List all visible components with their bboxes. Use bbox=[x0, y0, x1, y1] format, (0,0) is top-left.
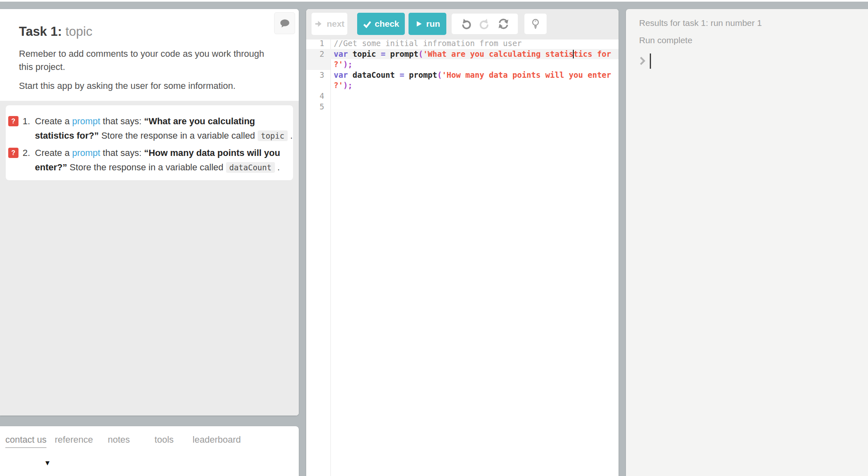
arrow-right-icon bbox=[314, 19, 323, 28]
task-text-segment: “How many data points will you bbox=[144, 148, 280, 158]
lightbulb-icon bbox=[530, 18, 541, 30]
task-text-segment: that says: bbox=[100, 116, 144, 126]
task-text-segment: Store the response in a variable called bbox=[99, 130, 257, 141]
footer-tab-reference[interactable]: reference bbox=[55, 434, 93, 448]
line-number bbox=[306, 59, 330, 70]
task-number: 2. bbox=[23, 146, 35, 175]
task-number: 1. bbox=[23, 114, 35, 143]
code-editor[interactable]: 1//Get some initial infromation from use… bbox=[306, 39, 619, 476]
dropdown-arrow[interactable]: ▼ bbox=[44, 459, 51, 467]
code-line-row[interactable]: 3var dataCount = prompt('How many data p… bbox=[306, 70, 619, 81]
line-number: 2 bbox=[306, 49, 330, 60]
code-line-row[interactable]: ?'); bbox=[306, 59, 619, 70]
task-text-segment: enter?” bbox=[35, 162, 67, 172]
console-chevron-icon bbox=[639, 56, 646, 65]
task-title-light: topic bbox=[62, 24, 92, 39]
line-number: 4 bbox=[306, 91, 330, 102]
task-text-segment: . bbox=[288, 130, 293, 141]
code-line-content: ?'); bbox=[330, 80, 619, 91]
task-text-segment: statistics for?” bbox=[35, 130, 99, 141]
code-line-row[interactable]: 5 bbox=[306, 102, 619, 112]
task-text-segment: Store the response in a variable called bbox=[67, 162, 226, 172]
results-panel: Results for task 1: run number 1 Run com… bbox=[626, 9, 868, 476]
code-line-row[interactable]: ?'); bbox=[306, 80, 619, 91]
task-text-segment: . bbox=[275, 162, 280, 172]
play-icon bbox=[415, 20, 423, 28]
run-status: Run complete bbox=[639, 35, 868, 45]
code-line-content: var dataCount = prompt('How many data po… bbox=[330, 70, 619, 81]
task-text-segment: Create a bbox=[35, 116, 72, 126]
refresh-icon[interactable] bbox=[497, 18, 510, 30]
task-checklist-card: ?1.Create a prompt that says: “What are … bbox=[6, 105, 293, 180]
undo-icon[interactable] bbox=[460, 18, 472, 30]
line-number bbox=[306, 80, 330, 91]
footer-tab-leaderboard[interactable]: leaderboard bbox=[193, 434, 241, 448]
question-badge[interactable]: ? bbox=[8, 148, 18, 158]
results-title: Results for task 1: run number 1 bbox=[639, 18, 868, 28]
code-line-row[interactable]: 1//Get some initial infromation from use… bbox=[306, 38, 619, 49]
next-button-label: next bbox=[327, 19, 344, 29]
run-button-label: run bbox=[426, 19, 440, 29]
instructions-paragraph-2: Start this app by asking the user for so… bbox=[19, 79, 276, 93]
console-cursor bbox=[650, 53, 651, 69]
code-line-content: var topic = prompt('What are you calcula… bbox=[330, 49, 619, 60]
footer-panel: contact usreferencenotestoolsleaderboard… bbox=[0, 426, 299, 476]
line-number: 1 bbox=[306, 38, 330, 49]
line-number: 3 bbox=[306, 70, 330, 81]
instructions-header: Task 1: topic Remeber to add comments to… bbox=[0, 9, 299, 101]
footer-tab-notes[interactable]: notes bbox=[108, 434, 130, 448]
editor-toolbar: next check run bbox=[306, 9, 619, 39]
check-button[interactable]: check bbox=[357, 13, 405, 35]
code-line-content: //Get some initial infromation from user bbox=[330, 38, 619, 49]
task-text-segment: topic bbox=[258, 130, 288, 141]
comment-bubble-icon bbox=[279, 18, 290, 29]
code-line-content: ?'); bbox=[330, 59, 619, 70]
code-line-row[interactable]: 4 bbox=[306, 91, 619, 102]
instructions-panel: Task 1: topic Remeber to add comments to… bbox=[0, 9, 299, 416]
task-text-segment: dataCount bbox=[226, 162, 275, 173]
question-badge[interactable]: ? bbox=[8, 116, 18, 126]
prompt-link[interactable]: prompt bbox=[72, 148, 100, 158]
check-icon bbox=[363, 20, 372, 28]
code-line-row[interactable]: 2var topic = prompt('What are you calcul… bbox=[306, 49, 619, 60]
prompt-link[interactable]: prompt bbox=[72, 116, 100, 126]
footer-tab-contact-us[interactable]: contact us bbox=[5, 434, 46, 448]
task-text-segment: Create a bbox=[35, 148, 72, 158]
task-text-segment: that says: bbox=[100, 148, 144, 158]
task-item: ?2.Create a prompt that says: “How many … bbox=[8, 146, 291, 175]
editor-panel: next check run bbox=[306, 9, 619, 476]
task-text: Create a prompt that says: “What are you… bbox=[35, 114, 293, 143]
redo-icon[interactable] bbox=[478, 18, 491, 30]
task-title: Task 1: topic bbox=[19, 24, 280, 39]
task-item: ?1.Create a prompt that says: “What are … bbox=[8, 114, 291, 143]
code-line-content bbox=[330, 91, 619, 102]
code-line-content bbox=[330, 102, 619, 112]
console-prompt-line[interactable] bbox=[639, 53, 868, 69]
history-buttons bbox=[452, 14, 518, 34]
run-button[interactable]: run bbox=[409, 13, 446, 35]
hint-button[interactable] bbox=[524, 14, 547, 34]
task-text-segment: “What are you calculating bbox=[144, 116, 255, 126]
footer-tab-tools[interactable]: tools bbox=[155, 434, 173, 448]
comment-button[interactable] bbox=[274, 12, 295, 34]
line-number: 5 bbox=[306, 102, 330, 112]
task-title-bold: Task 1: bbox=[19, 24, 62, 39]
next-button[interactable]: next bbox=[312, 13, 347, 35]
footer-tabs: contact usreferencenotestoolsleaderboard bbox=[0, 426, 299, 448]
task-checklist-section: ?1.Create a prompt that says: “What are … bbox=[0, 101, 299, 416]
instructions-paragraph-1: Remeber to add comments to your code as … bbox=[19, 47, 276, 74]
task-text: Create a prompt that says: “How many dat… bbox=[35, 146, 280, 175]
check-button-label: check bbox=[375, 19, 399, 29]
